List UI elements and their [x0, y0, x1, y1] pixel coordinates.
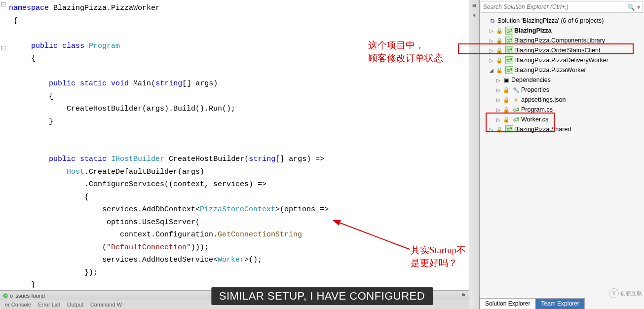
solution-explorer-pane: 🔍 ▾ ⧉ Solution 'BlazingPizza' (6 of 6 pr… — [480, 0, 644, 309]
video-caption: SIMILAR SETUP, I HAVE CONFIGURED — [211, 287, 433, 305]
json-icon: ⎘ — [512, 96, 520, 104]
solution-tree[interactable]: ⧉ Solution 'BlazingPizza' (6 of 6 projec… — [480, 14, 644, 298]
watermark-logo-icon: X — [609, 288, 619, 298]
wrench-icon: 🔧 — [512, 86, 520, 94]
node-appsettings[interactable]: ▷🔒⎘appsettings.json — [482, 95, 644, 105]
fold-toggle[interactable]: − — [1, 2, 5, 6]
code-editor-pane: − − namespace BlazingPizza.PizzaWorker {… — [0, 0, 469, 309]
tab-team-explorer[interactable]: Team Explorer — [535, 298, 584, 309]
csproj-icon: c# — [505, 27, 513, 35]
annotation-note-2: 其实Startup不是更好吗？ — [411, 244, 469, 270]
node-program-cs[interactable]: ▷🔒c#Program.cs — [482, 105, 644, 115]
lock-icon: 🔒 — [495, 37, 503, 44]
dependencies-icon: ▣ — [502, 76, 510, 84]
solution-search-input[interactable] — [483, 3, 627, 10]
project-pizzaworker[interactable]: ◢🔒c#BlazingPizza.PizzaWorker — [482, 65, 644, 75]
lock-icon: 🔒 — [495, 56, 503, 64]
fold-toggle[interactable]: − — [1, 46, 5, 50]
lock-icon: 🔒 — [495, 125, 503, 133]
lock-icon: 🔒 — [495, 46, 503, 54]
node-worker-cs[interactable]: ▷🔒c#Worker.cs — [482, 115, 644, 124]
watermark: X 创新互联 — [609, 288, 642, 298]
project-shared[interactable]: ▷🔒c#BlazingPizza.Shared — [482, 124, 644, 134]
node-dependencies[interactable]: ▷▣Dependencies — [482, 75, 644, 85]
csharp-file-icon: c# — [512, 116, 520, 123]
toolbar-scroll-icon[interactable]: ▾ — [470, 12, 478, 20]
project-blazingpizza[interactable]: ▷🔒c#BlazingPizza — [482, 26, 644, 36]
project-componentslibrary[interactable]: ▷🔒c#BlazingPizza.ComponentsLibrary — [482, 36, 644, 45]
status-flag-icon[interactable]: ⚑ — [461, 292, 466, 299]
csproj-icon: c# — [505, 37, 513, 44]
solution-explorer-tabs: Solution Explorer Team Explorer — [480, 298, 644, 309]
lock-icon: 🔒 — [495, 27, 503, 35]
lock-icon: 🔒 — [495, 66, 503, 74]
code-gutter: − − — [0, 0, 7, 290]
lock-icon: 🔒 — [502, 116, 510, 123]
tab-package-console[interactable]: er Console — [2, 301, 34, 308]
lock-icon: 🔒 — [502, 106, 510, 114]
tab-command-window[interactable]: Command W — [87, 301, 125, 308]
lock-icon: 🔒 — [502, 96, 510, 104]
solution-node[interactable]: ⧉ Solution 'BlazingPizza' (6 of 6 projec… — [482, 16, 644, 26]
tab-error-list[interactable]: Error List — [35, 301, 63, 308]
csharp-file-icon: c# — [512, 106, 520, 114]
issues-label: o issues found — [10, 293, 45, 299]
status-ok-icon — [3, 293, 8, 298]
csproj-icon: c# — [505, 46, 513, 54]
lock-icon: 🔒 — [502, 86, 510, 94]
vertical-toolbar: ⊟ ▾ — [469, 0, 480, 309]
solution-search[interactable]: 🔍 ▾ — [481, 1, 643, 13]
csproj-icon: c# — [505, 125, 513, 133]
toolbar-nav-up-icon[interactable]: ⊟ — [470, 2, 478, 10]
tab-solution-explorer[interactable]: Solution Explorer — [480, 298, 535, 309]
csproj-icon: c# — [505, 66, 513, 74]
tab-output[interactable]: Output — [64, 301, 86, 308]
search-dropdown-icon[interactable]: ▾ — [637, 3, 641, 11]
csproj-icon: c# — [505, 56, 513, 64]
search-icon[interactable]: 🔍 — [627, 3, 635, 11]
solution-icon: ⧉ — [489, 17, 496, 25]
annotation-note-1: 这个项目中， 顾客修改订单状态 — [368, 39, 443, 65]
project-pizzadeliveryworker[interactable]: ▷🔒c#BlazingPizza.PizzaDeliveryWorker — [482, 55, 644, 65]
node-properties[interactable]: ▷🔒🔧Properties — [482, 85, 644, 95]
project-orderstatusclient[interactable]: ▷🔒c#BlazingPizza.OrderStatusClient — [482, 45, 644, 55]
